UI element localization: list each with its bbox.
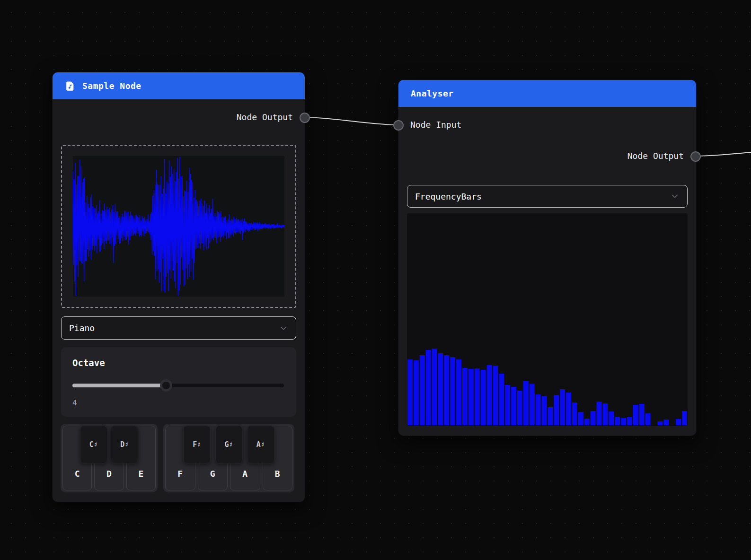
node-editor-canvas[interactable]: Sample Node Node Output Piano Octave 4 C… xyxy=(0,0,751,560)
sample-output-label: Node Output xyxy=(53,112,305,122)
octave-slider[interactable] xyxy=(72,379,285,392)
analyser-mode-select[interactable]: FrequencyBars xyxy=(407,185,688,208)
piano-key-Fsharp[interactable]: F♯ xyxy=(183,426,211,464)
chevron-down-icon xyxy=(279,324,288,333)
frequency-bars-display xyxy=(407,213,688,426)
chevron-down-icon xyxy=(670,192,680,201)
sample-output-port[interactable] xyxy=(300,113,310,123)
wire-sample-to-analyser xyxy=(305,117,398,125)
file-music-icon xyxy=(65,81,75,91)
keyboard-group-cde: CDEC♯D♯ xyxy=(61,424,158,492)
piano-key-Gsharp[interactable]: G♯ xyxy=(215,426,243,464)
sample-node-header[interactable]: Sample Node xyxy=(53,72,305,99)
octave-value: 4 xyxy=(72,398,285,407)
instrument-select-value: Piano xyxy=(69,323,95,333)
analyser-node-title: Analyser xyxy=(411,88,454,98)
sample-node-title: Sample Node xyxy=(82,81,141,91)
slider-thumb[interactable] xyxy=(160,379,172,392)
analyser-mode-value: FrequencyBars xyxy=(415,192,482,201)
analyser-input-port[interactable] xyxy=(393,120,404,131)
slider-fill xyxy=(72,384,166,387)
waveform-display xyxy=(73,156,284,297)
analyser-input-label: Node Input xyxy=(398,120,696,130)
sample-node[interactable]: Sample Node Node Output Piano Octave 4 C… xyxy=(52,72,305,502)
analyser-node-header[interactable]: Analyser xyxy=(398,80,696,107)
instrument-select[interactable]: Piano xyxy=(61,316,296,340)
octave-label: Octave xyxy=(72,358,285,368)
piano-key-Csharp[interactable]: C♯ xyxy=(80,426,107,464)
octave-panel: Octave 4 xyxy=(61,347,296,417)
piano-key-Dsharp[interactable]: D♯ xyxy=(111,426,138,464)
analyser-output-label: Node Output xyxy=(398,151,696,161)
waveform-panel xyxy=(61,145,296,308)
analyser-node[interactable]: Analyser Node Input Node Output Frequenc… xyxy=(398,79,697,436)
wire-analyser-output xyxy=(695,152,751,156)
piano-key-Asharp[interactable]: A♯ xyxy=(247,426,274,464)
analyser-output-port[interactable] xyxy=(690,151,701,162)
keyboard-group-fgab: FGABF♯G♯A♯ xyxy=(163,424,294,492)
